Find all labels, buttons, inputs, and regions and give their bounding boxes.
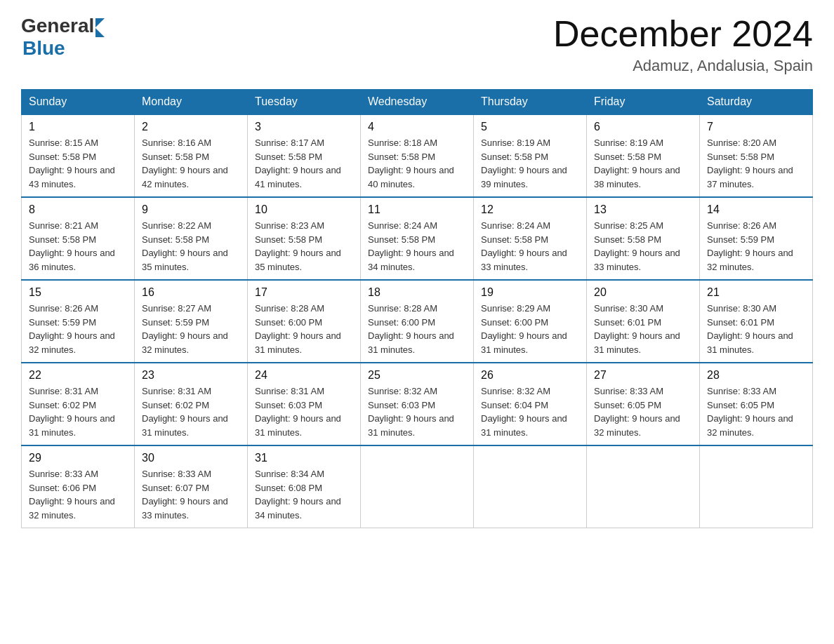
- day-info: Sunrise: 8:25 AMSunset: 5:58 PMDaylight:…: [594, 219, 692, 274]
- calendar-cell: 5 Sunrise: 8:19 AMSunset: 5:58 PMDayligh…: [474, 114, 587, 197]
- day-info: Sunrise: 8:26 AMSunset: 5:59 PMDaylight:…: [707, 219, 805, 274]
- day-info: Sunrise: 8:28 AMSunset: 6:00 PMDaylight:…: [255, 302, 353, 356]
- calendar-cell: 19 Sunrise: 8:29 AMSunset: 6:00 PMDaylig…: [474, 280, 587, 363]
- day-number: 13: [594, 203, 692, 216]
- calendar-cell: 29 Sunrise: 8:33 AMSunset: 6:06 PMDaylig…: [22, 445, 135, 528]
- logo-group: General Blue: [21, 14, 105, 60]
- calendar-cell: 23 Sunrise: 8:31 AMSunset: 6:02 PMDaylig…: [135, 363, 248, 445]
- day-number: 30: [142, 452, 240, 464]
- calendar-cell: [700, 445, 813, 528]
- day-info: Sunrise: 8:18 AMSunset: 5:58 PMDaylight:…: [368, 136, 466, 191]
- title-area: December 2024 Adamuz, Andalusia, Spain: [553, 14, 813, 75]
- logo-general-text: General: [21, 15, 94, 37]
- calendar-cell: 8 Sunrise: 8:21 AMSunset: 5:58 PMDayligh…: [22, 197, 135, 280]
- day-info: Sunrise: 8:32 AMSunset: 6:04 PMDaylight:…: [481, 384, 579, 439]
- day-number: 31: [255, 452, 353, 464]
- day-info: Sunrise: 8:31 AMSunset: 6:02 PMDaylight:…: [142, 384, 240, 439]
- calendar-cell: 2 Sunrise: 8:16 AMSunset: 5:58 PMDayligh…: [135, 114, 248, 197]
- calendar-cell: 9 Sunrise: 8:22 AMSunset: 5:58 PMDayligh…: [135, 197, 248, 280]
- day-number: 10: [255, 203, 353, 216]
- day-number: 27: [594, 369, 692, 382]
- weekday-header-row: SundayMondayTuesdayWednesdayThursdayFrid…: [22, 90, 813, 115]
- day-number: 9: [142, 203, 240, 216]
- day-info: Sunrise: 8:19 AMSunset: 5:58 PMDaylight:…: [594, 136, 692, 191]
- day-info: Sunrise: 8:17 AMSunset: 5:58 PMDaylight:…: [255, 136, 353, 191]
- logo: General Blue: [21, 14, 105, 60]
- day-info: Sunrise: 8:28 AMSunset: 6:00 PMDaylight:…: [368, 302, 466, 356]
- calendar-cell: 16 Sunrise: 8:27 AMSunset: 5:59 PMDaylig…: [135, 280, 248, 363]
- day-number: 6: [594, 121, 692, 133]
- day-number: 1: [29, 121, 127, 133]
- day-number: 16: [142, 286, 240, 299]
- page-header: General Blue December 2024 Adamuz, Andal…: [21, 14, 813, 75]
- day-info: Sunrise: 8:20 AMSunset: 5:58 PMDaylight:…: [707, 136, 805, 191]
- day-number: 2: [142, 121, 240, 133]
- logo-blue-text: Blue: [21, 37, 105, 60]
- day-number: 22: [29, 369, 127, 382]
- day-number: 3: [255, 121, 353, 133]
- day-number: 14: [707, 203, 805, 216]
- calendar-cell: [587, 445, 700, 528]
- day-info: Sunrise: 8:33 AMSunset: 6:07 PMDaylight:…: [142, 467, 240, 522]
- day-info: Sunrise: 8:24 AMSunset: 5:58 PMDaylight:…: [368, 219, 466, 274]
- calendar-cell: 14 Sunrise: 8:26 AMSunset: 5:59 PMDaylig…: [700, 197, 813, 280]
- calendar-cell: 25 Sunrise: 8:32 AMSunset: 6:03 PMDaylig…: [361, 363, 474, 445]
- calendar-cell: 17 Sunrise: 8:28 AMSunset: 6:00 PMDaylig…: [248, 280, 361, 363]
- weekday-header-tuesday: Tuesday: [248, 90, 361, 115]
- day-info: Sunrise: 8:15 AMSunset: 5:58 PMDaylight:…: [29, 136, 127, 191]
- calendar-table: SundayMondayTuesdayWednesdayThursdayFrid…: [21, 89, 813, 528]
- month-title: December 2024: [553, 14, 813, 54]
- calendar-cell: 10 Sunrise: 8:23 AMSunset: 5:58 PMDaylig…: [248, 197, 361, 280]
- day-number: 4: [368, 121, 466, 133]
- day-info: Sunrise: 8:27 AMSunset: 5:59 PMDaylight:…: [142, 302, 240, 356]
- weekday-header-sunday: Sunday: [22, 90, 135, 115]
- day-info: Sunrise: 8:19 AMSunset: 5:58 PMDaylight:…: [481, 136, 579, 191]
- day-info: Sunrise: 8:21 AMSunset: 5:58 PMDaylight:…: [29, 219, 127, 274]
- day-number: 15: [29, 286, 127, 299]
- day-info: Sunrise: 8:29 AMSunset: 6:00 PMDaylight:…: [481, 302, 579, 356]
- calendar-cell: 31 Sunrise: 8:34 AMSunset: 6:08 PMDaylig…: [248, 445, 361, 528]
- calendar-cell: 21 Sunrise: 8:30 AMSunset: 6:01 PMDaylig…: [700, 280, 813, 363]
- calendar-cell: 11 Sunrise: 8:24 AMSunset: 5:58 PMDaylig…: [361, 197, 474, 280]
- calendar-cell: 30 Sunrise: 8:33 AMSunset: 6:07 PMDaylig…: [135, 445, 248, 528]
- day-number: 7: [707, 121, 805, 133]
- day-info: Sunrise: 8:23 AMSunset: 5:58 PMDaylight:…: [255, 219, 353, 274]
- day-number: 20: [594, 286, 692, 299]
- day-number: 26: [481, 369, 579, 382]
- day-info: Sunrise: 8:31 AMSunset: 6:02 PMDaylight:…: [29, 384, 127, 439]
- day-info: Sunrise: 8:33 AMSunset: 6:05 PMDaylight:…: [594, 384, 692, 439]
- calendar-cell: [474, 445, 587, 528]
- day-info: Sunrise: 8:30 AMSunset: 6:01 PMDaylight:…: [707, 302, 805, 356]
- day-number: 21: [707, 286, 805, 299]
- weekday-header-wednesday: Wednesday: [361, 90, 474, 115]
- day-number: 18: [368, 286, 466, 299]
- day-number: 12: [481, 203, 579, 216]
- calendar-cell: 18 Sunrise: 8:28 AMSunset: 6:00 PMDaylig…: [361, 280, 474, 363]
- calendar-cell: 12 Sunrise: 8:24 AMSunset: 5:58 PMDaylig…: [474, 197, 587, 280]
- calendar-cell: 3 Sunrise: 8:17 AMSunset: 5:58 PMDayligh…: [248, 114, 361, 197]
- day-number: 29: [29, 452, 127, 464]
- calendar-cell: 15 Sunrise: 8:26 AMSunset: 5:59 PMDaylig…: [22, 280, 135, 363]
- day-number: 11: [368, 203, 466, 216]
- week-row-2: 8 Sunrise: 8:21 AMSunset: 5:58 PMDayligh…: [22, 197, 813, 280]
- location-title: Adamuz, Andalusia, Spain: [553, 57, 813, 75]
- day-info: Sunrise: 8:30 AMSunset: 6:01 PMDaylight:…: [594, 302, 692, 356]
- day-number: 8: [29, 203, 127, 216]
- day-info: Sunrise: 8:31 AMSunset: 6:03 PMDaylight:…: [255, 384, 353, 439]
- calendar-cell: 26 Sunrise: 8:32 AMSunset: 6:04 PMDaylig…: [474, 363, 587, 445]
- week-row-4: 22 Sunrise: 8:31 AMSunset: 6:02 PMDaylig…: [22, 363, 813, 445]
- calendar-cell: 1 Sunrise: 8:15 AMSunset: 5:58 PMDayligh…: [22, 114, 135, 197]
- week-row-1: 1 Sunrise: 8:15 AMSunset: 5:58 PMDayligh…: [22, 114, 813, 197]
- day-info: Sunrise: 8:33 AMSunset: 6:05 PMDaylight:…: [707, 384, 805, 439]
- weekday-header-thursday: Thursday: [474, 90, 587, 115]
- calendar-cell: 6 Sunrise: 8:19 AMSunset: 5:58 PMDayligh…: [587, 114, 700, 197]
- calendar-cell: 24 Sunrise: 8:31 AMSunset: 6:03 PMDaylig…: [248, 363, 361, 445]
- day-number: 23: [142, 369, 240, 382]
- calendar-cell: 27 Sunrise: 8:33 AMSunset: 6:05 PMDaylig…: [587, 363, 700, 445]
- day-info: Sunrise: 8:16 AMSunset: 5:58 PMDaylight:…: [142, 136, 240, 191]
- calendar-cell: 7 Sunrise: 8:20 AMSunset: 5:58 PMDayligh…: [700, 114, 813, 197]
- weekday-header-friday: Friday: [587, 90, 700, 115]
- day-number: 17: [255, 286, 353, 299]
- day-number: 24: [255, 369, 353, 382]
- calendar-cell: 4 Sunrise: 8:18 AMSunset: 5:58 PMDayligh…: [361, 114, 474, 197]
